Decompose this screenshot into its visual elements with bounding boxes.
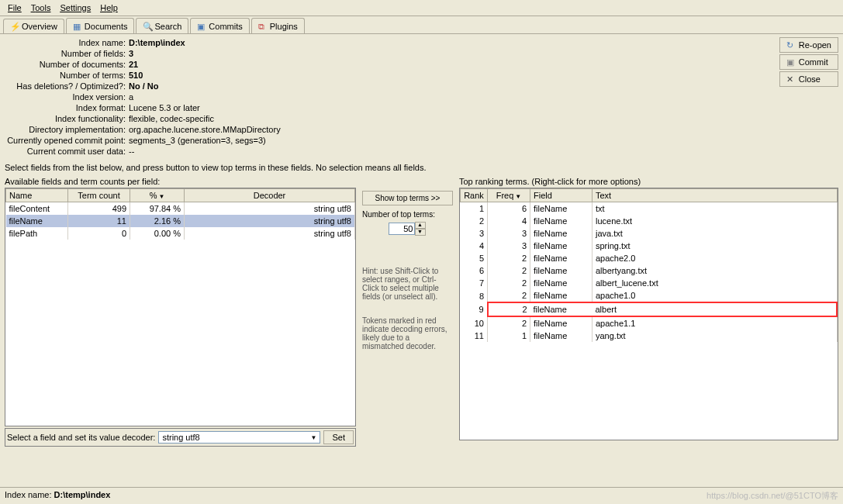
tab-commits[interactable]: ▣ Commits [190,18,249,33]
table-row[interactable]: 2 4 fileName lucene.txt [461,215,838,227]
button-label: Close [799,74,821,84]
cell-field: fileName [530,302,593,316]
table-row[interactable]: 4 3 fileName spring.txt [461,240,838,252]
show-top-terms-button[interactable]: Show top terms >> [362,191,453,205]
set-button[interactable]: Set [323,430,354,444]
decoder-combo[interactable]: string utf8 ▼ [158,431,320,444]
terms-table-container: Rank Freq▼ Field Text 1 6 fileName txt2 … [459,188,838,440]
table-row[interactable]: fileContent 499 97.84 % string utf8 [6,202,355,216]
close-button[interactable]: ✕ Close [779,71,838,87]
sort-arrow-icon: ▼ [158,193,164,200]
cell-pct: 0.00 % [130,227,185,240]
col-termcount[interactable]: Term count [68,189,130,202]
cell-field: fileName [530,240,593,252]
cell-rank: 1 [461,202,488,216]
reopen-button[interactable]: ↻ Re-open [779,37,838,53]
cell-rank: 10 [461,316,488,330]
cell-freq: 2 [488,264,530,277]
cell-field: fileName [530,252,593,264]
info-row: Currently opened commit point:segments_3… [5,135,838,146]
info-label: Number of documents: [5,60,129,69]
info-row: Index version:a [5,91,838,102]
cell-text: yang.txt [593,330,838,342]
hint-text-2: Tokens marked in red indicate decoding e… [362,316,453,350]
cell-decoder: string utf8 [185,202,355,216]
cell-field: fileName [530,277,593,289]
spinner-down[interactable]: ▼ [415,229,426,236]
chevron-down-icon: ▼ [311,434,317,441]
lightning-icon: ⚡ [10,22,19,31]
col-name[interactable]: Name [6,189,68,202]
commit-icon: ▣ [786,57,796,67]
cell-text: txt [593,202,838,216]
table-row[interactable]: 9 2 fileName albert [461,302,838,316]
tab-documents[interactable]: ▦ Documents [66,18,135,33]
info-value: -- [129,147,134,156]
cell-count: 11 [68,215,130,227]
cell-field: fileName [530,227,593,240]
cell-freq: 3 [488,240,530,252]
menu-file[interactable]: File [3,2,26,14]
cell-rank: 3 [461,227,488,240]
terms-panel: Top ranking terms. (Right-click for more… [459,175,838,447]
tab-plugins[interactable]: ⧉ Plugins [251,18,305,33]
info-row: Index functionality:flexible, codec-spec… [5,113,838,124]
table-row[interactable]: filePath 0 0.00 % string utf8 [6,227,355,240]
table-row[interactable]: fileName 11 2.16 % string utf8 [6,215,355,227]
button-label: Commit [799,57,828,67]
col-percent[interactable]: %▼ [130,189,185,202]
cell-text: apache2.0 [593,252,838,264]
watermark: https://blog.csdn.net/@51CTO博客 [707,490,838,502]
cell-field: fileName [530,330,593,342]
table-row[interactable]: 3 3 fileName java.txt [461,227,838,240]
info-label: Has deletions? / Optimized?: [5,81,129,91]
cell-text: albert_lucene.txt [593,277,838,289]
fields-table-container: Name Term count %▼ Decoder fileContent 4… [5,188,356,426]
info-value: segments_3 (generation=3, segs=3) [129,136,266,145]
cell-rank: 6 [461,264,488,277]
col-field[interactable]: Field [530,189,593,202]
col-freq[interactable]: Freq▼ [488,189,530,202]
table-row[interactable]: 7 2 fileName albert_lucene.txt [461,277,838,289]
table-row[interactable]: 1 6 fileName txt [461,202,838,216]
instruction-text: Select fields from the list below, and p… [5,157,838,175]
tab-search[interactable]: 🔍 Search [136,18,188,33]
cell-decoder: string utf8 [185,215,355,227]
cell-field: fileName [530,316,593,330]
info-label: Index functionality: [5,114,129,123]
info-value: 21 [129,60,138,69]
col-decoder[interactable]: Decoder [185,189,355,202]
table-row[interactable]: 5 2 fileName apache2.0 [461,252,838,264]
tab-label: Search [154,22,181,31]
info-label: Number of terms: [5,71,129,80]
col-rank[interactable]: Rank [461,189,488,202]
table-row[interactable]: 10 2 fileName apache1.1 [461,316,838,330]
table-row[interactable]: 11 1 fileName yang.txt [461,330,838,342]
cell-decoder: string utf8 [185,227,355,240]
fields-table: Name Term count %▼ Decoder fileContent 4… [5,188,355,240]
info-label: Directory implementation: [5,125,129,134]
num-terms-input[interactable] [389,223,415,235]
reopen-icon: ↻ [786,40,796,50]
cell-rank: 2 [461,215,488,227]
documents-icon: ▦ [73,22,82,31]
terms-table: Rank Freq▼ Field Text 1 6 fileName txt2 … [460,188,838,342]
spinner-up[interactable]: ▲ [415,222,426,229]
num-terms-spinner: ▲ ▼ [389,222,427,236]
menu-tools[interactable]: Tools [26,2,56,14]
cell-text: java.txt [593,227,838,240]
menu-settings[interactable]: Settings [55,2,95,14]
tab-overview[interactable]: ⚡ Overview [3,19,64,34]
col-text[interactable]: Text [593,189,838,202]
info-row: Index name:D:\temp\index [5,37,838,48]
cell-rank: 11 [461,330,488,342]
table-row[interactable]: 8 2 fileName apache1.0 [461,289,838,302]
status-value: D:\temp\index [54,490,111,499]
commit-button[interactable]: ▣ Commit [779,54,838,70]
content-area: ↻ Re-open ▣ Commit ✕ Close Index name:D:… [0,33,843,450]
table-row[interactable]: 6 2 fileName albertyang.txt [461,264,838,277]
menu-help[interactable]: Help [95,2,123,14]
cell-rank: 7 [461,277,488,289]
menu-bar: File Tools Settings Help [0,0,843,16]
cell-field: fileName [530,215,593,227]
